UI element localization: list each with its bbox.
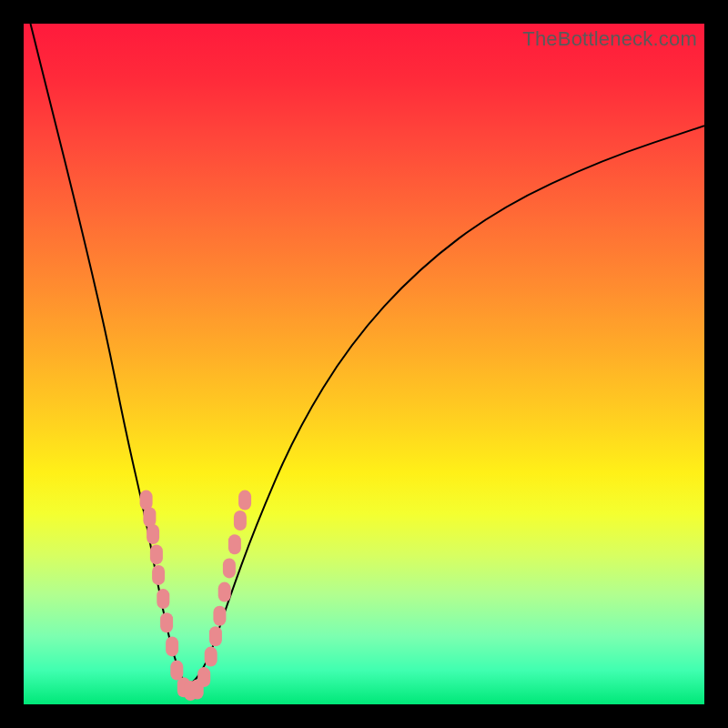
data-marker <box>152 565 165 585</box>
data-marker <box>147 524 159 544</box>
chart-frame: TheBottleneck.com <box>24 24 704 704</box>
data-marker <box>166 636 178 656</box>
data-marker <box>218 582 231 602</box>
data-marker <box>223 558 236 578</box>
marker-cluster <box>140 490 252 701</box>
bottleneck-curve-line <box>31 24 705 683</box>
data-marker <box>143 507 156 527</box>
data-marker <box>160 612 173 632</box>
data-marker <box>170 661 183 681</box>
data-marker <box>197 667 210 687</box>
data-marker <box>140 490 153 511</box>
data-marker <box>157 589 169 609</box>
watermark-text: TheBottleneck.com <box>522 27 697 51</box>
data-marker <box>238 490 251 511</box>
data-marker <box>234 511 247 531</box>
data-marker <box>209 626 222 646</box>
data-marker <box>150 544 163 564</box>
chart-svg <box>24 24 704 704</box>
data-marker <box>213 606 226 626</box>
data-marker <box>205 647 217 667</box>
data-marker <box>228 534 241 554</box>
